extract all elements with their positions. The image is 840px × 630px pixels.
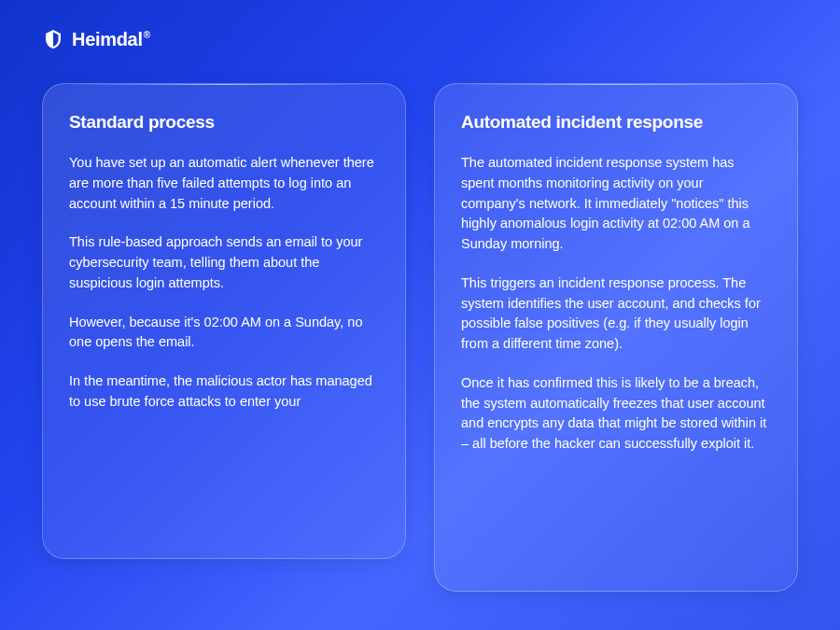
paragraph: You have set up an automatic alert whene… — [69, 153, 379, 214]
brand-name: Heimdal® — [72, 29, 150, 50]
card-title: Standard process — [69, 112, 379, 133]
paragraph: The automated incident response system h… — [461, 153, 771, 255]
heimdal-icon — [42, 28, 64, 50]
card-body: The automated incident response system h… — [461, 153, 771, 455]
card-title: Automated incident response — [461, 112, 771, 133]
card-standard-process: Standard process You have set up an auto… — [42, 83, 406, 559]
brand-logo: Heimdal® — [0, 0, 840, 50]
paragraph: Once it has confirmed this is likely to … — [461, 373, 771, 455]
paragraph: However, because it's 02:00 AM on a Sund… — [69, 313, 379, 354]
paragraph: In the meantime, the malicious actor has… — [69, 371, 379, 413]
card-body: You have set up an automatic alert whene… — [69, 153, 379, 413]
card-automated-response: Automated incident response The automate… — [434, 83, 798, 592]
paragraph: This triggers an incident response proce… — [461, 273, 771, 355]
paragraph: This rule-based approach sends an email … — [69, 232, 379, 293]
cards-container: Standard process You have set up an auto… — [0, 50, 840, 592]
